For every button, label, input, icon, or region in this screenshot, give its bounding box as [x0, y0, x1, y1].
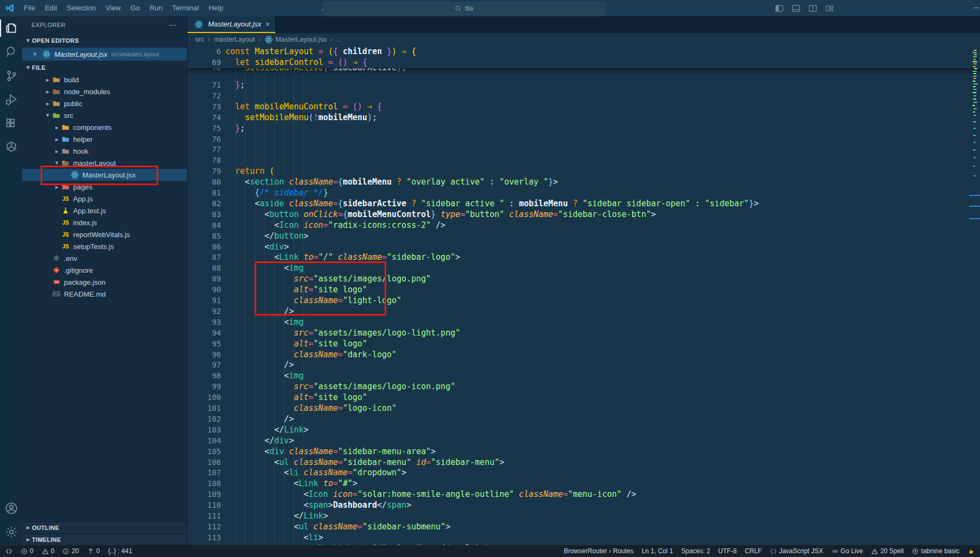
status-item-0[interactable]: 0 [87, 547, 100, 555]
status-item[interactable] [5, 548, 12, 555]
menu-item-go[interactable]: Go [126, 0, 145, 16]
tree-item-app-test-js[interactable]: App.test.js [22, 205, 187, 217]
code-line: 95 alt="site logo" [187, 339, 980, 350]
status-item[interactable] [968, 548, 975, 555]
menu-item-terminal[interactable]: Terminal [167, 0, 204, 16]
menu-item-help[interactable]: Help [204, 0, 228, 16]
code-line: 105 <div className="sidebar-menu-area"> [187, 447, 980, 457]
line-number: 77 [187, 145, 221, 154]
minimize-button[interactable] [973, 8, 979, 8]
file-section-header[interactable]: ▸ FILE [22, 61, 187, 75]
warning-icon [42, 548, 49, 555]
minimap-mark [973, 76, 977, 77]
code-line: 89 src="assets/images/logo.png" [187, 274, 980, 285]
chevron-down-icon: ▸ [54, 159, 61, 167]
toggle-secondary-sidebar-icon[interactable] [809, 4, 817, 12]
chevron-right-icon: ▸ [44, 76, 51, 83]
tree-item-index-js[interactable]: JSindex.js [22, 217, 187, 228]
command-center-search[interactable]: file [323, 2, 606, 15]
status-item-0[interactable]: 0 [42, 547, 55, 555]
toggle-sidebar-icon[interactable] [775, 4, 783, 12]
minimap[interactable] [972, 45, 980, 545]
source-control-icon[interactable] [0, 64, 22, 88]
status-item-go[interactable]: Go Live [832, 547, 863, 555]
settings-gear-icon[interactable] [0, 520, 22, 544]
line-number: 94 [187, 329, 221, 337]
tree-item-reportwebvitals-js[interactable]: JSreportWebVitals.js [22, 228, 187, 240]
tree-item-setuptests-js[interactable]: JSsetupTests.js [22, 240, 187, 252]
line-number: 6 [187, 47, 221, 56]
flask-icon [61, 206, 70, 215]
hexagon-icon[interactable] [0, 135, 22, 159]
minimap-mark [972, 105, 975, 106]
account-icon[interactable] [0, 496, 22, 520]
status-item-browserrouter[interactable]: BrowserRouter › Routes [564, 547, 634, 555]
tree-item-masterlayout[interactable]: ▸masterLayout [22, 157, 187, 169]
explorer-title: EXPLORER [31, 22, 66, 28]
tree-item--gitignore[interactable]: .gitignore [22, 264, 187, 276]
code-line: 103 </Link> [187, 425, 980, 436]
status-item-javascript[interactable]: JavaScript JSX [770, 547, 823, 555]
tree-item-readme-md[interactable]: README.md [22, 288, 187, 300]
tree-item-build[interactable]: ▸build [22, 74, 187, 86]
outline-header[interactable]: ▸OUTLINE [22, 522, 187, 534]
tree-item-components[interactable]: ▸components [22, 121, 187, 133]
explorer-icon[interactable] [0, 16, 22, 40]
minimap-mark [973, 83, 978, 84]
menu-item-view[interactable]: View [101, 0, 126, 16]
chevron-right-icon: ▸ [53, 136, 61, 143]
js-icon: JS [61, 194, 70, 203]
code-line: 77 [187, 145, 980, 155]
menu-item-run[interactable]: Run [145, 0, 167, 16]
code-line: 102 /> [187, 414, 980, 425]
tree-item-public[interactable]: ▸public [22, 97, 187, 109]
react-icon [194, 20, 204, 29]
folder-icon [61, 135, 70, 143]
tree-item-package-json[interactable]: package.json [22, 276, 187, 288]
status-item-20[interactable]: 20 [62, 547, 79, 555]
tree-item-pages[interactable]: ▸pages [22, 181, 187, 193]
tree-item-label: helper [73, 135, 93, 143]
open-editor-item[interactable]: × MasterLayout.jsx src\masterLayout [22, 48, 187, 61]
menu-item-selection[interactable]: Selection [62, 0, 100, 16]
tree-item-helper[interactable]: ▸helper [22, 133, 187, 145]
status-item-crlf[interactable]: CRLF [745, 547, 762, 555]
tree-item--env[interactable]: .env [22, 252, 187, 264]
breadcrumb-item[interactable]: src [195, 36, 204, 43]
run-debug-icon[interactable] [0, 88, 22, 112]
tree-item-src[interactable]: ▸src [22, 109, 187, 121]
breadcrumb-item[interactable]: masterLayout [214, 36, 255, 43]
status-item-0[interactable]: 0 [21, 547, 34, 555]
status-item-utf8[interactable]: UTF-8 [718, 547, 737, 555]
chevron-right-icon: ▸ [53, 148, 61, 155]
tab-close-icon[interactable]: × [265, 20, 270, 28]
timeline-header[interactable]: ▸TIMELINE [22, 534, 187, 545]
status-item-spaces[interactable]: Spaces: 2 [681, 547, 710, 555]
tab-masterlayout[interactable]: MasterLayout.jsx × [187, 16, 276, 33]
extensions-icon[interactable] [0, 112, 22, 135]
breadcrumb-item[interactable]: ... [336, 36, 342, 43]
menu-item-edit[interactable]: Edit [40, 0, 62, 16]
git-icon [51, 266, 61, 274]
status-item-ln[interactable]: Ln 1, Col 1 [641, 547, 673, 555]
breadcrumb-item[interactable]: MasterLayout.jsx [264, 35, 326, 44]
toggle-panel-icon[interactable] [792, 4, 800, 12]
menu-item-file[interactable]: File [19, 0, 40, 16]
line-number: 80 [187, 178, 221, 186]
minimap-mark [974, 54, 977, 55]
explorer-sidebar: EXPLORER ⋯ ▸ OPEN EDITORS × MasterLayout… [22, 16, 187, 545]
minimap-mark [972, 52, 977, 53]
tree-item-masterlayout-jsx[interactable]: MasterLayout.jsx [22, 169, 187, 181]
customize-layout-icon[interactable] [826, 4, 834, 12]
views-more-actions[interactable]: ⋯ [169, 21, 177, 29]
open-editors-header[interactable]: ▸ OPEN EDITORS [22, 34, 187, 48]
close-icon[interactable]: × [33, 50, 42, 58]
search-icon[interactable] [0, 40, 22, 64]
status-item-tabnine[interactable]: tabnine basic [912, 547, 959, 555]
code-editor[interactable]: 70 setSidebarActive(!sidebarActive);71 }… [187, 45, 980, 545]
status-item-20[interactable]: 20 Spell [871, 547, 904, 555]
status-item-[interactable]: {..} : 441 [108, 547, 132, 555]
tree-item-node-modules[interactable]: ▸node_modules [22, 86, 187, 97]
tree-item-app-js[interactable]: JSApp.js [22, 193, 187, 205]
tree-item-hook[interactable]: ▸hook [22, 145, 187, 157]
